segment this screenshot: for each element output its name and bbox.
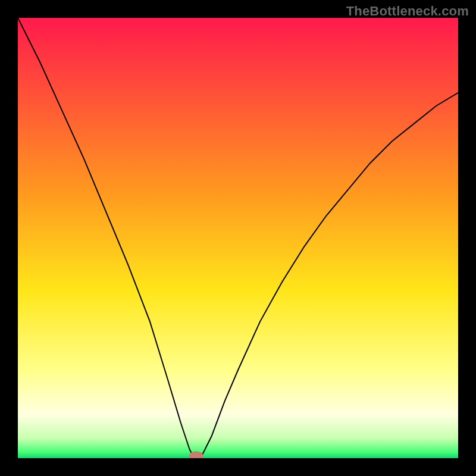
watermark-text: TheBottleneck.com bbox=[346, 4, 469, 19]
gradient-background bbox=[18, 18, 458, 458]
bottleneck-chart bbox=[18, 18, 458, 458]
